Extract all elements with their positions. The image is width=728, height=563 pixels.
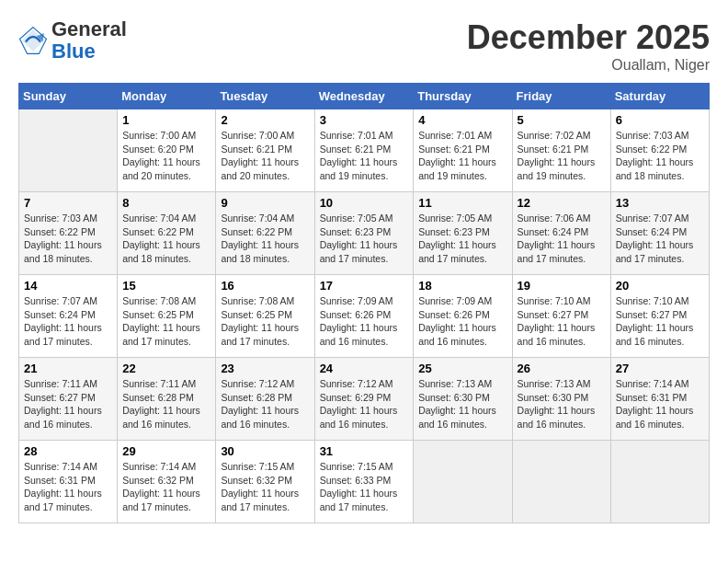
header-day-friday: Friday <box>512 84 610 109</box>
day-number: 3 <box>320 113 409 127</box>
day-info: Sunrise: 7:15 AMSunset: 6:33 PMDaylight:… <box>320 461 398 512</box>
page-header: General Blue December 2025 Ouallam, Nige… <box>18 18 710 74</box>
day-info: Sunrise: 7:11 AMSunset: 6:28 PMDaylight:… <box>122 378 200 430</box>
calendar-cell: 12 Sunrise: 7:06 AMSunset: 6:24 PMDaylig… <box>512 192 610 275</box>
day-info: Sunrise: 7:08 AMSunset: 6:25 PMDaylight:… <box>122 295 200 347</box>
svg-marker-0 <box>22 29 44 52</box>
calendar-cell: 13 Sunrise: 7:07 AMSunset: 6:24 PMDaylig… <box>610 192 709 275</box>
day-info: Sunrise: 7:01 AMSunset: 6:21 PMDaylight:… <box>320 130 398 181</box>
day-info: Sunrise: 7:04 AMSunset: 6:22 PMDaylight:… <box>221 213 299 264</box>
calendar-cell: 15 Sunrise: 7:08 AMSunset: 6:25 PMDaylig… <box>118 275 216 358</box>
day-info: Sunrise: 7:04 AMSunset: 6:22 PMDaylight:… <box>122 213 200 264</box>
day-number: 29 <box>122 444 210 458</box>
calendar-cell: 2 Sunrise: 7:00 AMSunset: 6:21 PMDayligh… <box>216 109 314 192</box>
day-info: Sunrise: 7:09 AMSunset: 6:26 PMDaylight:… <box>320 295 398 347</box>
day-info: Sunrise: 7:12 AMSunset: 6:29 PMDaylight:… <box>320 378 398 430</box>
week-row-5: 28 Sunrise: 7:14 AMSunset: 6:31 PMDaylig… <box>19 441 710 523</box>
day-info: Sunrise: 7:10 AMSunset: 6:27 PMDaylight:… <box>518 295 596 347</box>
calendar-cell: 9 Sunrise: 7:04 AMSunset: 6:22 PMDayligh… <box>216 192 314 275</box>
header-day-thursday: Thursday <box>414 84 512 109</box>
day-info: Sunrise: 7:01 AMSunset: 6:21 PMDaylight:… <box>418 130 496 181</box>
day-info: Sunrise: 7:13 AMSunset: 6:30 PMDaylight:… <box>518 378 596 430</box>
day-number: 16 <box>221 279 309 293</box>
calendar-cell: 27 Sunrise: 7:14 AMSunset: 6:31 PMDaylig… <box>610 358 709 441</box>
calendar-cell: 26 Sunrise: 7:13 AMSunset: 6:30 PMDaylig… <box>512 358 610 441</box>
day-number: 12 <box>518 196 606 210</box>
day-number: 25 <box>418 362 506 375</box>
header-row: SundayMondayTuesdayWednesdayThursdayFrid… <box>19 84 710 109</box>
day-info: Sunrise: 7:14 AMSunset: 6:31 PMDaylight:… <box>616 378 694 430</box>
day-number: 19 <box>518 279 606 293</box>
day-number: 5 <box>518 113 606 127</box>
calendar-cell: 28 Sunrise: 7:14 AMSunset: 6:31 PMDaylig… <box>19 441 118 523</box>
calendar-cell: 11 Sunrise: 7:05 AMSunset: 6:23 PMDaylig… <box>414 192 512 275</box>
day-number: 13 <box>616 196 704 210</box>
calendar-cell: 31 Sunrise: 7:15 AMSunset: 6:33 PMDaylig… <box>314 441 414 523</box>
day-info: Sunrise: 7:10 AMSunset: 6:27 PMDaylight:… <box>616 295 694 347</box>
day-info: Sunrise: 7:14 AMSunset: 6:32 PMDaylight:… <box>122 461 200 512</box>
calendar-cell: 21 Sunrise: 7:11 AMSunset: 6:27 PMDaylig… <box>19 358 118 441</box>
title-area: December 2025 Ouallam, Niger <box>467 18 710 74</box>
calendar-cell: 23 Sunrise: 7:12 AMSunset: 6:28 PMDaylig… <box>216 358 314 441</box>
header-day-sunday: Sunday <box>19 84 118 109</box>
calendar-cell <box>610 441 709 523</box>
day-info: Sunrise: 7:15 AMSunset: 6:32 PMDaylight:… <box>221 461 299 512</box>
header-day-monday: Monday <box>118 84 216 109</box>
calendar-cell: 17 Sunrise: 7:09 AMSunset: 6:26 PMDaylig… <box>314 275 414 358</box>
calendar-cell: 20 Sunrise: 7:10 AMSunset: 6:27 PMDaylig… <box>610 275 709 358</box>
calendar-cell <box>512 441 610 523</box>
logo-general-text: General <box>51 17 127 40</box>
day-info: Sunrise: 7:00 AMSunset: 6:21 PMDaylight:… <box>221 130 299 181</box>
day-number: 23 <box>221 362 309 375</box>
day-info: Sunrise: 7:13 AMSunset: 6:30 PMDaylight:… <box>418 378 496 430</box>
calendar-cell: 8 Sunrise: 7:04 AMSunset: 6:22 PMDayligh… <box>118 192 216 275</box>
day-info: Sunrise: 7:14 AMSunset: 6:31 PMDaylight:… <box>24 461 102 512</box>
day-info: Sunrise: 7:02 AMSunset: 6:21 PMDaylight:… <box>518 130 596 181</box>
calendar-body: 1 Sunrise: 7:00 AMSunset: 6:20 PMDayligh… <box>19 109 710 523</box>
day-number: 28 <box>24 444 112 458</box>
calendar-cell: 6 Sunrise: 7:03 AMSunset: 6:22 PMDayligh… <box>610 109 709 192</box>
calendar-cell: 14 Sunrise: 7:07 AMSunset: 6:24 PMDaylig… <box>19 275 118 358</box>
week-row-4: 21 Sunrise: 7:11 AMSunset: 6:27 PMDaylig… <box>19 358 710 441</box>
day-info: Sunrise: 7:07 AMSunset: 6:24 PMDaylight:… <box>24 295 102 347</box>
calendar-cell: 7 Sunrise: 7:03 AMSunset: 6:22 PMDayligh… <box>19 192 118 275</box>
header-day-tuesday: Tuesday <box>216 84 314 109</box>
calendar-header: SundayMondayTuesdayWednesdayThursdayFrid… <box>19 84 710 109</box>
day-number: 1 <box>122 113 210 127</box>
calendar-cell: 18 Sunrise: 7:09 AMSunset: 6:26 PMDaylig… <box>414 275 512 358</box>
header-day-wednesday: Wednesday <box>314 84 414 109</box>
header-day-saturday: Saturday <box>610 84 709 109</box>
day-number: 26 <box>518 362 606 375</box>
logo-blue-text: Blue <box>51 40 96 63</box>
day-info: Sunrise: 7:06 AMSunset: 6:24 PMDaylight:… <box>518 213 596 264</box>
calendar-cell: 3 Sunrise: 7:01 AMSunset: 6:21 PMDayligh… <box>314 109 414 192</box>
day-number: 15 <box>122 279 210 293</box>
day-info: Sunrise: 7:07 AMSunset: 6:24 PMDaylight:… <box>616 213 694 264</box>
day-number: 21 <box>24 362 112 375</box>
location: Ouallam, Niger <box>467 57 710 74</box>
calendar-cell: 22 Sunrise: 7:11 AMSunset: 6:28 PMDaylig… <box>118 358 216 441</box>
day-number: 27 <box>616 362 704 375</box>
day-number: 11 <box>418 196 506 210</box>
month-title: December 2025 <box>467 18 710 57</box>
calendar-cell: 1 Sunrise: 7:00 AMSunset: 6:20 PMDayligh… <box>118 109 216 192</box>
calendar-cell: 5 Sunrise: 7:02 AMSunset: 6:21 PMDayligh… <box>512 109 610 192</box>
day-number: 2 <box>221 113 309 127</box>
calendar-table: SundayMondayTuesdayWednesdayThursdayFrid… <box>18 83 710 523</box>
calendar-cell: 30 Sunrise: 7:15 AMSunset: 6:32 PMDaylig… <box>216 441 314 523</box>
week-row-2: 7 Sunrise: 7:03 AMSunset: 6:22 PMDayligh… <box>19 192 710 275</box>
logo: General Blue <box>18 18 127 63</box>
calendar-cell: 4 Sunrise: 7:01 AMSunset: 6:21 PMDayligh… <box>414 109 512 192</box>
calendar-cell <box>19 109 118 192</box>
day-number: 17 <box>320 279 409 293</box>
day-number: 31 <box>320 444 409 458</box>
calendar-cell: 16 Sunrise: 7:08 AMSunset: 6:25 PMDaylig… <box>216 275 314 358</box>
calendar-cell: 29 Sunrise: 7:14 AMSunset: 6:32 PMDaylig… <box>118 441 216 523</box>
day-number: 4 <box>418 113 506 127</box>
day-info: Sunrise: 7:12 AMSunset: 6:28 PMDaylight:… <box>221 378 299 430</box>
day-info: Sunrise: 7:00 AMSunset: 6:20 PMDaylight:… <box>122 130 200 181</box>
day-number: 22 <box>122 362 210 375</box>
day-number: 9 <box>221 196 309 210</box>
day-number: 18 <box>418 279 506 293</box>
day-info: Sunrise: 7:11 AMSunset: 6:27 PMDaylight:… <box>24 378 102 430</box>
